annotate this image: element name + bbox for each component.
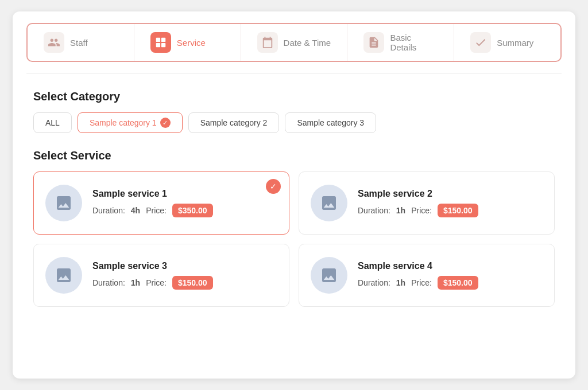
service-1-meta: Duration: 4h Price: $350.00: [92, 204, 277, 217]
service-4-duration: 1h: [396, 278, 405, 287]
service-card-1[interactable]: Sample service 1 Duration: 4h Price: $35…: [33, 171, 289, 235]
svg-rect-3: [161, 43, 165, 47]
cat1-check-icon: ✓: [160, 118, 171, 128]
service-3-duration: 1h: [131, 278, 140, 287]
service-3-meta: Duration: 1h Price: $150.00: [92, 276, 277, 290]
filter-cat1[interactable]: Sample category 1 ✓: [78, 112, 183, 133]
step-basic-details-label: Basic Details: [390, 33, 438, 52]
stepper: Staff Service Date & Time Basic Details: [26, 23, 562, 62]
service-3-info: Sample service 3 Duration: 1h Price: $15…: [92, 261, 277, 290]
service-2-info: Sample service 2 Duration: 1h Price: $15…: [358, 189, 543, 217]
service-4-avatar: [311, 257, 347, 294]
service-1-avatar: [45, 185, 82, 221]
service-card-3[interactable]: Sample service 3 Duration: 1h Price: $15…: [33, 244, 289, 307]
svg-rect-2: [156, 43, 160, 47]
step-service[interactable]: Service: [134, 24, 241, 61]
service-4-info: Sample service 4 Duration: 1h Price: $15…: [358, 261, 543, 290]
main-container: Staff Service Date & Time Basic Details: [13, 11, 575, 379]
main-content: Select Category ALL Sample category 1 ✓ …: [13, 74, 575, 323]
svg-rect-1: [161, 38, 165, 42]
svg-rect-0: [156, 38, 160, 42]
service-2-avatar: [311, 185, 347, 221]
step-staff-label: Staff: [70, 38, 88, 48]
filter-cat3[interactable]: Sample category 3: [285, 112, 376, 133]
service-1-price: $350.00: [172, 204, 213, 217]
service-2-name: Sample service 2: [358, 189, 543, 199]
service-3-avatar: [45, 257, 82, 294]
filter-cat2[interactable]: Sample category 2: [188, 112, 280, 133]
service-1-duration: 4h: [131, 206, 140, 215]
step-datetime-label: Date & Time: [284, 38, 331, 48]
service-3-price: $150.00: [172, 276, 213, 290]
filter-all[interactable]: ALL: [33, 112, 72, 133]
service-4-meta: Duration: 1h Price: $150.00: [358, 276, 543, 290]
summary-icon: [470, 32, 491, 53]
category-filters: ALL Sample category 1 ✓ Sample category …: [33, 112, 555, 133]
basic-details-icon: [363, 32, 384, 53]
service-card-2[interactable]: Sample service 2 Duration: 1h Price: $15…: [299, 171, 555, 235]
step-staff[interactable]: Staff: [28, 24, 134, 61]
service-1-name: Sample service 1: [92, 189, 277, 199]
service-card-4[interactable]: Sample service 4 Duration: 1h Price: $15…: [299, 244, 555, 307]
datetime-icon: [257, 32, 278, 53]
step-service-label: Service: [177, 38, 206, 48]
step-datetime[interactable]: Date & Time: [241, 24, 348, 61]
select-service-heading: Select Service: [33, 149, 555, 162]
service-icon: [150, 32, 171, 53]
service-grid: Sample service 1 Duration: 4h Price: $35…: [33, 171, 555, 307]
service-1-info: Sample service 1 Duration: 4h Price: $35…: [92, 189, 277, 217]
service-4-price: $150.00: [438, 276, 478, 290]
select-category-heading: Select Category: [33, 90, 555, 103]
service-2-duration: 1h: [396, 206, 405, 215]
service-4-name: Sample service 4: [358, 261, 543, 271]
service-3-name: Sample service 3: [92, 261, 277, 271]
step-summary-label: Summary: [497, 38, 533, 48]
service-1-selected-icon: ✓: [266, 179, 281, 194]
step-basic-details[interactable]: Basic Details: [347, 24, 454, 61]
staff-icon: [44, 32, 64, 53]
service-2-meta: Duration: 1h Price: $150.00: [358, 204, 543, 217]
step-summary[interactable]: Summary: [454, 24, 560, 61]
service-2-price: $150.00: [438, 204, 478, 217]
